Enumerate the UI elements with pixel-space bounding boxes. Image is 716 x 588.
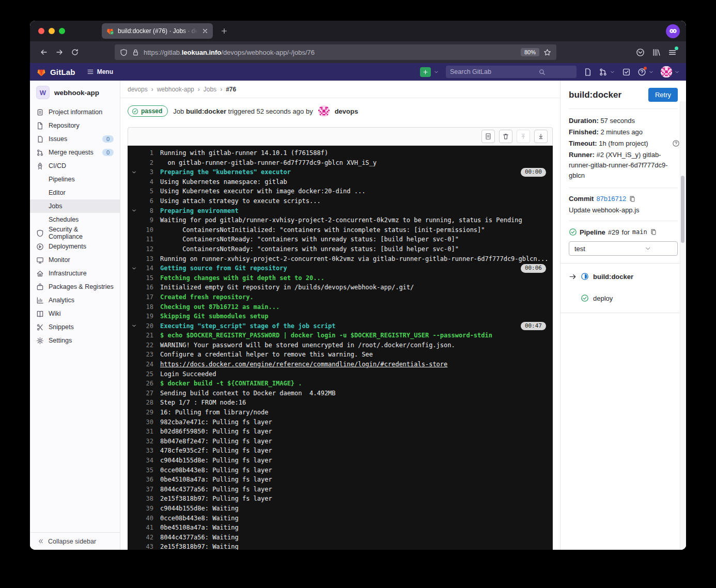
log-line-number[interactable]: 18 [140, 302, 153, 312]
log-line-number[interactable]: 20 [140, 321, 153, 331]
reload-button[interactable] [67, 44, 83, 60]
new-dropdown[interactable] [420, 67, 439, 77]
log-line-number[interactable]: 34 [140, 456, 153, 466]
merge-requests-dropdown[interactable] [599, 68, 615, 76]
browser-tab[interactable]: build:docker (#76) · Jobs · devo [102, 23, 213, 39]
scroll-to-top-button[interactable] [517, 130, 530, 143]
sidebar-item-jobs[interactable]: Jobs [30, 199, 120, 213]
log-line-number[interactable]: 27 [140, 389, 153, 398]
sidebar-item-analytics[interactable]: Analytics [30, 293, 120, 307]
sidebar-item-snippets[interactable]: Snippets [30, 320, 120, 334]
url-text[interactable]: https://gitlab.leokuan.info/devops/webho… [144, 49, 517, 56]
menu-button[interactable]: Menu [87, 68, 113, 75]
log-line-number[interactable]: 37 [140, 485, 153, 494]
help-icon[interactable] [672, 140, 680, 147]
retry-button[interactable]: Retry [648, 88, 678, 102]
log-line-number[interactable]: 35 [140, 466, 153, 475]
breadcrumb-item-76[interactable]: #76 [226, 86, 236, 93]
trigger-user-avatar[interactable] [318, 105, 330, 117]
log-line-number[interactable]: 38 [140, 494, 153, 504]
sidebar-item-settings[interactable]: Settings [30, 334, 120, 347]
breadcrumb-item-jobs[interactable]: Jobs [204, 86, 216, 93]
forward-button[interactable] [52, 44, 67, 60]
sidebar-item-packages-registries[interactable]: Packages & Registries [30, 280, 120, 293]
log-line-number[interactable]: 11 [140, 235, 153, 244]
log-line-number[interactable]: 42 [140, 533, 153, 543]
sidebar-item-infrastructure[interactable]: Infrastructure [30, 267, 120, 280]
help-dropdown[interactable] [637, 68, 654, 76]
log-section-header[interactable]: 20Executing "step_script" stage of the j… [128, 321, 553, 331]
log-line-number[interactable]: 29 [140, 408, 153, 417]
minimize-window-button[interactable] [49, 28, 55, 34]
lock-icon[interactable] [132, 49, 139, 56]
log-line-number[interactable]: 28 [140, 398, 153, 408]
log-line-number[interactable]: 23 [140, 350, 153, 360]
log-line-number[interactable]: 19 [140, 312, 153, 321]
bookmark-star-icon[interactable] [543, 49, 551, 56]
log-line-number[interactable]: 6 [140, 196, 153, 206]
breadcrumb-item-devops[interactable]: devops [128, 86, 148, 93]
copy-commit-icon[interactable] [629, 195, 636, 203]
gitlab-wordmark[interactable]: GitLab [50, 68, 75, 76]
sidebar-item-pipelines[interactable]: Pipelines [30, 173, 120, 186]
gitlab-logo-icon[interactable] [36, 67, 46, 77]
log-line-number[interactable]: 39 [140, 504, 153, 514]
close-tab-icon[interactable] [201, 27, 209, 35]
search-input[interactable]: Search GitLab [446, 66, 577, 78]
log-line-number[interactable]: 30 [140, 417, 153, 427]
pipeline-job-deploy[interactable]: deploy [581, 294, 678, 302]
sidebar-item-deployments[interactable]: Deployments [30, 240, 120, 253]
log-section-header[interactable]: 3Preparing the "kubernetes" executor00:0… [128, 167, 553, 177]
zoom-level-badge[interactable]: 80% [521, 48, 539, 56]
log-line-number[interactable]: 4 [140, 177, 153, 187]
copy-ref-icon[interactable] [650, 228, 657, 236]
todos-icon[interactable] [622, 68, 631, 76]
log-line-number[interactable]: 25 [140, 369, 153, 379]
close-window-button[interactable] [38, 28, 44, 34]
log-line-number[interactable]: 15 [140, 273, 153, 283]
log-line-number[interactable]: 1 [140, 148, 153, 158]
collapse-section-chevron[interactable] [128, 321, 140, 331]
collapse-sidebar-button[interactable]: Collapse sidebar [30, 532, 120, 550]
erase-log-button[interactable] [499, 130, 512, 143]
sidebar-item-repository[interactable]: Repository [30, 119, 120, 132]
log-section-header[interactable]: 14Getting source from Git repository00:0… [128, 264, 553, 273]
pipeline-id-link[interactable]: #29 [608, 228, 619, 236]
pocket-icon[interactable] [636, 48, 645, 57]
new-tab-button[interactable] [218, 25, 230, 37]
project-header[interactable]: W webhook-app [30, 81, 120, 103]
log-line-number[interactable]: 12 [140, 244, 153, 254]
collapse-section-chevron[interactable] [128, 264, 140, 273]
log-line-number[interactable]: 36 [140, 475, 153, 485]
log-line-number[interactable]: 10 [140, 225, 153, 235]
url-bar[interactable]: https://gitlab.leokuan.info/devops/webho… [115, 44, 556, 60]
pipeline-ref[interactable]: main [632, 228, 647, 236]
commit-sha-link[interactable]: 87b16712 [596, 195, 626, 203]
log-line-number[interactable]: 33 [140, 446, 153, 456]
job-status-badge[interactable]: passed [128, 105, 168, 117]
log-line-number[interactable]: 32 [140, 437, 153, 446]
scrollbar-thumb[interactable] [681, 176, 684, 243]
log-line-number[interactable]: 41 [140, 523, 153, 533]
sidebar-item-merge-requests[interactable]: Merge requests0 [30, 146, 120, 159]
collapse-section-chevron[interactable] [128, 206, 140, 216]
log-line-number[interactable]: 40 [140, 514, 153, 523]
log-line-number[interactable]: 24 [140, 360, 153, 369]
show-raw-log-button[interactable] [481, 130, 495, 143]
sidebar-item-schedules[interactable]: Schedules [30, 213, 120, 226]
scrollbar-track[interactable] [680, 101, 686, 550]
sidebar-item-editor[interactable]: Editor [30, 186, 120, 199]
log-line-number[interactable]: 8 [140, 206, 153, 216]
log-line-number[interactable]: 31 [140, 427, 153, 437]
back-button[interactable] [36, 44, 52, 60]
stage-select[interactable]: test [569, 241, 678, 256]
library-icon[interactable] [652, 48, 661, 57]
log-line-number[interactable]: 22 [140, 341, 153, 350]
log-line-number[interactable]: 43 [140, 542, 153, 550]
sidebar-item-security-compliance[interactable]: Security & Compliance [30, 226, 120, 240]
sidebar-item-issues[interactable]: Issues0 [30, 132, 120, 146]
sidebar-item-project-information[interactable]: Project information [30, 105, 120, 119]
user-dropdown[interactable] [661, 66, 680, 78]
sidebar-item-wiki[interactable]: Wiki [30, 307, 120, 320]
pipeline-job-build-docker[interactable]: build:docker [569, 272, 678, 281]
